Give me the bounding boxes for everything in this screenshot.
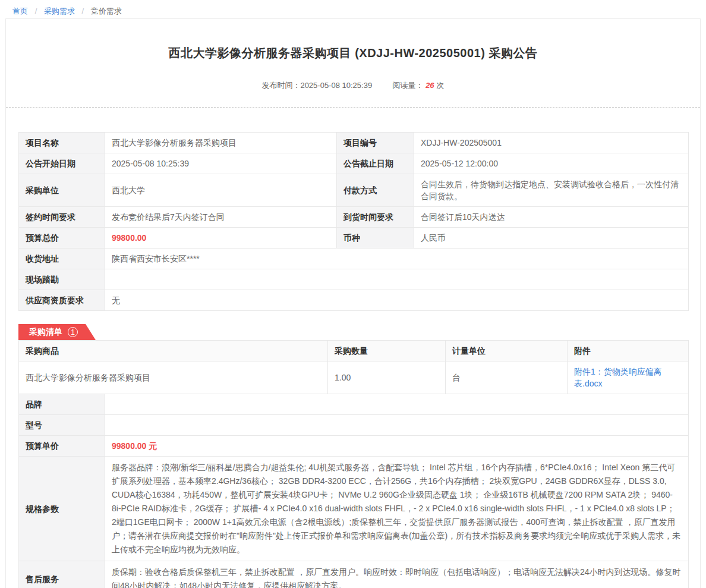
purchaser-value: 西北大学: [105, 174, 337, 207]
table-row: 收货地址 陕西省西安市长安区****: [19, 249, 689, 269]
field-label: 签约时间要求: [19, 207, 105, 228]
delivery-address-value: 陕西省西安市长安区****: [105, 249, 689, 269]
views-count: 26: [426, 81, 434, 90]
table-row: 预算单价 99800.00 元: [19, 436, 689, 457]
column-header-attachment: 附件: [568, 341, 689, 361]
after-sales-value: 质保期：验收合格后质保整机三年，禁止拆改配置 ，原厂直发用户。响应时效：即时响应…: [105, 561, 689, 588]
breadcrumb-separator: /: [82, 7, 84, 15]
breadcrumb-current-page: 竞价需求: [91, 7, 122, 15]
table-row: 现场踏勘: [19, 269, 689, 290]
column-header-quantity: 采购数量: [328, 341, 446, 361]
field-label: 售后服务: [19, 561, 105, 588]
field-label: 币种: [337, 228, 414, 249]
budget-total-value: 99800.00: [105, 228, 337, 249]
project-number-value: XDJJ-HW-202505001: [414, 133, 689, 153]
unit-price-value: 99800.00 元: [105, 436, 689, 457]
table-row: 型号: [19, 415, 689, 436]
table-row: 供应商资质要求 无: [19, 290, 689, 311]
table-row: 公告开始日期 2025-05-08 10:25:39 公告截止日期 2025-0…: [19, 153, 689, 174]
field-label: 现场踏勘: [19, 269, 105, 290]
field-label: 公告截止日期: [337, 153, 414, 174]
model-value: [105, 415, 689, 436]
field-label: 公告开始日期: [19, 153, 105, 174]
field-label: 项目名称: [19, 133, 105, 153]
table-row: 采购单位 西北大学 付款方式 合同生效后，待货物到达指定地点、安装调试验收合格后…: [19, 174, 689, 207]
breadcrumb-separator: /: [35, 7, 37, 15]
table-row: 签约时间要求 发布竞价结果后7天内签订合同 到货时间要求 合同签订后10天内送达: [19, 207, 689, 228]
table-row: 预算总价 99800.00 币种 人民币: [19, 228, 689, 249]
signing-time-value: 发布竞价结果后7天内签订合同: [105, 207, 337, 228]
column-header-product: 采购商品: [19, 341, 328, 361]
field-label: 规格参数: [19, 457, 105, 561]
payment-method-value: 合同生效后，待货物到达指定地点、安装调试验收合格后，一次性付清合同货款。: [414, 174, 689, 207]
publish-time-label: 发布时间：: [261, 81, 300, 90]
breadcrumb-link-home[interactable]: 首页: [12, 7, 28, 15]
product-name-cell: 西北大学影像分析服务器采购项目: [19, 361, 328, 394]
field-label: 预算总价: [19, 228, 105, 249]
purchase-list-table: 采购商品 采购数量 计量单位 附件 西北大学影像分析服务器采购项目 1.00 台…: [18, 340, 689, 394]
field-label: 预算单价: [19, 436, 105, 457]
page-title: 西北大学影像分析服务器采购项目 (XDJJ-HW-202505001) 采购公告: [6, 45, 700, 61]
purchase-list-count-badge: 1: [68, 327, 78, 337]
purchase-list-badge-label: 采购清单: [29, 327, 62, 338]
supplier-qualification-value: 无: [105, 290, 689, 311]
field-label: 项目编号: [337, 133, 414, 153]
field-label: 型号: [19, 415, 105, 436]
meta-line: 发布时间：2025-05-08 10:25:39阅读量：26次: [6, 80, 700, 91]
table-row: 规格参数 服务器品牌：浪潮/新华三/丽科星/思腾合力/超益集伦; 4U机架式服务…: [19, 457, 689, 561]
views-unit: 次: [437, 81, 445, 90]
unit-cell: 台: [446, 361, 568, 394]
field-label: 到货时间要求: [337, 207, 414, 228]
site-survey-value: [105, 269, 689, 290]
brand-value: [105, 394, 689, 415]
column-header-unit: 计量单位: [446, 341, 568, 361]
purchase-list-badge: 采购清单 1: [18, 324, 96, 340]
field-label: 品牌: [19, 394, 105, 415]
table-row: 项目名称 西北大学影像分析服务器采购项目 项目编号 XDJJ-HW-202505…: [19, 133, 689, 153]
project-name-value: 西北大学影像分析服务器采购项目: [105, 133, 337, 153]
specification-value: 服务器品牌：浪潮/新华三/丽科星/思腾合力/超益集伦; 4U机架式服务器，含配套…: [105, 457, 689, 561]
quantity-cell: 1.00: [328, 361, 446, 394]
announcement-card: 西北大学影像分析服务器采购项目 (XDJJ-HW-202505001) 采购公告…: [5, 18, 701, 588]
table-row: 品牌: [19, 394, 689, 415]
announce-start-value: 2025-05-08 10:25:39: [105, 153, 337, 174]
field-label: 采购单位: [19, 174, 105, 207]
product-detail-table: 品牌 型号 预算单价 99800.00 元 规格参数 服务器品牌：浪潮/新华三/…: [18, 394, 689, 588]
attachment-cell: 附件1：货物类响应偏离表.docx: [568, 361, 689, 394]
table-header-row: 采购商品 采购数量 计量单位 附件: [19, 341, 689, 361]
project-info-table: 项目名称 西北大学影像分析服务器采购项目 项目编号 XDJJ-HW-202505…: [18, 132, 689, 311]
field-label: 供应商资质要求: [19, 290, 105, 311]
announce-end-value: 2025-05-12 12:00:00: [414, 153, 689, 174]
currency-value: 人民币: [414, 228, 689, 249]
delivery-time-value: 合同签订后10天内送达: [414, 207, 689, 228]
table-row: 西北大学影像分析服务器采购项目 1.00 台 附件1：货物类响应偏离表.docx: [19, 361, 689, 394]
attachment-download-link[interactable]: 附件1：货物类响应偏离表.docx: [574, 367, 662, 388]
breadcrumb-link-procurement-demand[interactable]: 采购需求: [44, 7, 75, 15]
field-label: 付款方式: [337, 174, 414, 207]
table-row: 售后服务 质保期：验收合格后质保整机三年，禁止拆改配置 ，原厂直发用户。响应时效…: [19, 561, 689, 588]
field-label: 收货地址: [19, 249, 105, 269]
publish-time-value: 2025-05-08 10:25:39: [300, 81, 372, 90]
breadcrumb: 首页 / 采购需求 / 竞价需求: [0, 0, 706, 17]
views-label: 阅读量：: [392, 81, 423, 90]
